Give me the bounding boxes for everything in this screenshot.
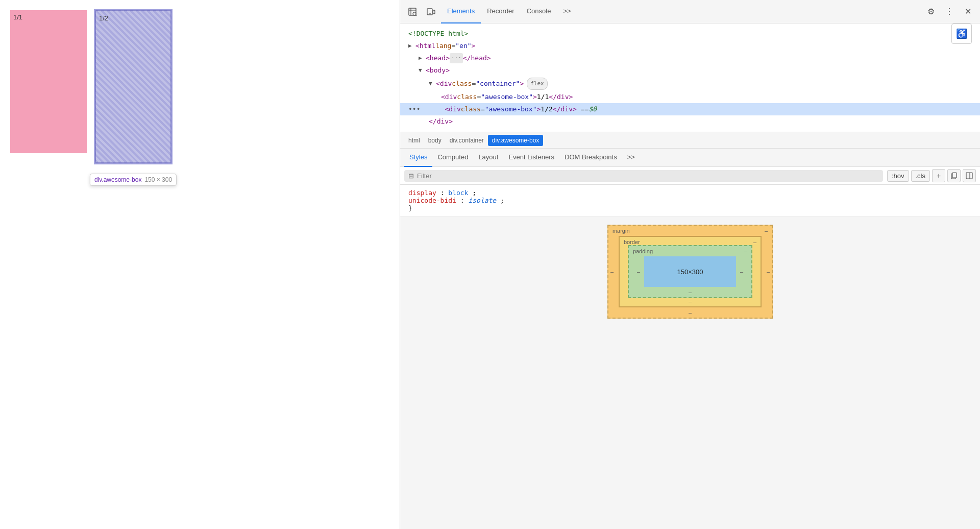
box-model-content: 150×300 [644, 256, 736, 287]
tab-event-listeners[interactable]: Event Listeners [503, 149, 559, 167]
tooltip-element-name: div.awesome-box [94, 176, 141, 183]
svg-rect-10 [966, 173, 972, 179]
expand-html-icon[interactable]: ▶ [408, 41, 415, 51]
content-right-dash: – [740, 269, 743, 275]
svg-rect-6 [433, 10, 435, 14]
panel-tabs: Styles Computed Layout Event Listeners D… [400, 149, 980, 167]
box-2: 1/2 [95, 10, 172, 163]
tab-dom-breakpoints[interactable]: DOM Breakpoints [559, 149, 622, 167]
expand-container-icon[interactable]: ▼ [429, 79, 436, 89]
flex-badge[interactable]: flex [527, 78, 548, 90]
tab-recorder[interactable]: Recorder [481, 0, 520, 23]
head-ellipsis[interactable]: ··· [450, 53, 463, 63]
css-val-unicode-bidi: isolate [468, 197, 496, 204]
tooltip-size: 150 × 300 [144, 176, 172, 183]
content-left-dash: – [637, 269, 640, 275]
cls-button[interactable]: .cls [911, 170, 930, 182]
dom-box2-line[interactable]: ••• <div class="awesome-box" > 1/2 </div… [400, 103, 980, 115]
box-1: 1/1 [10, 10, 87, 153]
css-closing-brace: } [408, 204, 972, 212]
styles-content: display : block ; unicode-bidi : isolate… [400, 185, 980, 217]
tab-computed[interactable]: Computed [432, 149, 473, 167]
border-bottom: – [689, 298, 692, 304]
svg-rect-0 [409, 8, 416, 15]
devtools-header: Elements Recorder Console >> ⚙ ⋮ ✕ [400, 0, 980, 23]
content-row: – 150×300 – [637, 256, 743, 287]
border-dash: – [753, 239, 756, 245]
filter-input[interactable] [417, 172, 879, 180]
content-size: 150×300 [677, 268, 703, 276]
element-tooltip: div.awesome-box 150 × 300 [90, 174, 177, 186]
tab-more[interactable]: >> [557, 0, 577, 23]
padding-label: padding [633, 248, 653, 254]
filter-icon: ⊟ [408, 172, 414, 180]
devtools-panel: Elements Recorder Console >> ⚙ ⋮ ✕ ♿ <! [400, 0, 980, 529]
more-menu-button[interactable]: ⋮ [941, 4, 958, 20]
dots-button[interactable]: ••• [408, 104, 420, 114]
expand-body-icon[interactable]: ▼ [419, 65, 426, 76]
box-model-margin: margin – – – – border – – padding – – – … [607, 225, 773, 319]
device-mode-button[interactable] [423, 4, 439, 20]
box-model-border: border – – padding – – – 150×300 – [619, 236, 762, 307]
dom-box1-line[interactable]: <div class="awesome-box" > 1/1 </div> [400, 91, 980, 103]
toggle-sidebar-button[interactable] [963, 169, 976, 182]
browser-viewport: 1/1 1/2 div.awesome-box 150 × 300 [0, 0, 400, 529]
breadcrumb-awesome-box[interactable]: div.awesome-box [488, 135, 543, 146]
margin-right: – [767, 269, 770, 275]
padding-bottom: – [689, 289, 692, 295]
svg-point-3 [413, 12, 416, 15]
copy-styles-button[interactable] [947, 169, 961, 182]
margin-bottom: – [689, 309, 692, 316]
box-1-label: 1/1 [13, 13, 22, 21]
svg-line-4 [416, 15, 417, 16]
tab-elements[interactable]: Elements [441, 0, 481, 23]
margin-left: – [610, 269, 614, 275]
expand-head-icon[interactable]: ▶ [419, 53, 426, 63]
dom-container-close-line: </div> [400, 115, 980, 128]
tab-more-panels[interactable]: >> [622, 149, 640, 167]
box-model-padding: padding – – – 150×300 – [628, 245, 752, 298]
css-val-display: block [448, 189, 468, 197]
breadcrumb-container[interactable]: div.container [446, 135, 488, 146]
tab-styles[interactable]: Styles [404, 149, 432, 167]
add-rule-button[interactable]: + [932, 169, 945, 182]
filter-bar: ⊟ :hov .cls + [400, 167, 980, 185]
box-2-wrapper: 1/2 div.awesome-box 150 × 300 [95, 10, 172, 163]
tab-layout[interactable]: Layout [473, 149, 503, 167]
margin-label: margin [612, 228, 630, 234]
padding-dash: – [744, 248, 747, 254]
demo-container: 1/1 1/2 div.awesome-box 150 × 300 [0, 0, 400, 174]
css-display-rule: display : block ; [408, 189, 972, 197]
dom-doctype-line: <!DOCTYPE html> [400, 28, 980, 40]
accessibility-button[interactable]: ♿ [951, 23, 972, 44]
box-model-area: margin – – – – border – – padding – – – … [400, 217, 980, 529]
close-button[interactable]: ✕ [960, 4, 976, 20]
devtools-tabs: Elements Recorder Console >> [441, 0, 921, 23]
dom-body-line[interactable]: ▼ <body> [400, 64, 980, 77]
css-unicode-bidi-rule: unicode-bidi : isolate ; [408, 197, 972, 204]
tab-console[interactable]: Console [521, 0, 557, 23]
dom-html-line[interactable]: ▶ <html lang="en" > [400, 40, 980, 52]
margin-dash: – [765, 228, 768, 234]
settings-button[interactable]: ⚙ [923, 4, 939, 20]
hov-button[interactable]: :hov [887, 170, 909, 182]
breadcrumb-bar: html body div.container div.awesome-box [400, 132, 980, 149]
breadcrumb-body[interactable]: body [424, 135, 446, 146]
dom-head-line[interactable]: ▶ <head> ··· </head> [400, 52, 980, 64]
filter-input-wrapper: ⊟ [404, 170, 883, 182]
border-label: border [624, 239, 640, 245]
breadcrumb-html[interactable]: html [404, 135, 424, 146]
css-prop-display: display [408, 189, 436, 197]
css-prop-unicode-bidi: unicode-bidi [408, 197, 456, 204]
dom-container-line[interactable]: ▼ <div class="container" > flex [400, 77, 980, 91]
svg-rect-9 [952, 173, 957, 178]
dom-tree: ♿ <!DOCTYPE html> ▶ <html lang="en" > ▶ … [400, 23, 980, 132]
inspect-icon-button[interactable] [404, 4, 421, 20]
box-2-label: 1/2 [99, 14, 108, 22]
devtools-header-right: ⚙ ⋮ ✕ [923, 4, 976, 20]
filter-right-buttons: :hov .cls + [887, 169, 976, 182]
